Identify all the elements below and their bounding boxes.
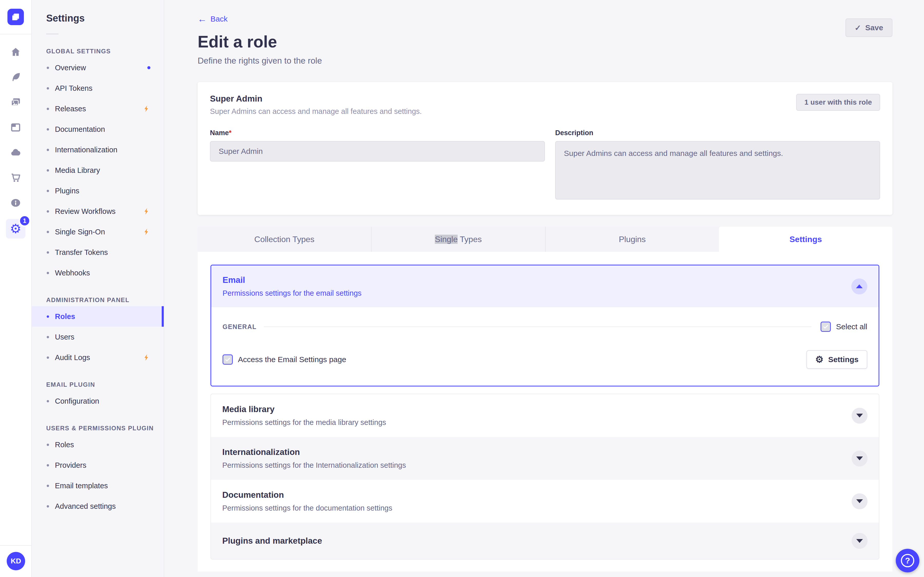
tab-plugins[interactable]: Plugins: [545, 227, 719, 252]
cloud-icon[interactable]: [10, 147, 21, 158]
bullet-icon: [47, 210, 49, 213]
bullet-icon: [47, 400, 49, 402]
bullet-icon: [47, 190, 49, 192]
sidebar-item-advanced-settings[interactable]: Advanced settings: [32, 496, 164, 516]
text-selection-highlight: Single: [435, 235, 458, 244]
single-types-label: Single Types: [435, 235, 482, 244]
bullet-icon: [47, 444, 49, 446]
section-header-administration-panel: ADMINISTRATION PANEL: [32, 297, 164, 304]
content-manager-icon[interactable]: [10, 71, 21, 83]
sidebar-item-roles-active[interactable]: Roles: [32, 306, 164, 327]
info-icon[interactable]: [10, 197, 21, 209]
bullet-icon: [47, 67, 49, 69]
sidebar-item-users[interactable]: Users: [32, 327, 164, 347]
sidebar-item-email-templates[interactable]: Email templates: [32, 475, 164, 496]
expand-accordion-button[interactable]: [851, 451, 867, 466]
bullet-icon: [47, 128, 49, 131]
lightning-icon: [143, 228, 150, 236]
sidebar-item-api-tokens[interactable]: API Tokens: [32, 78, 164, 98]
bullet-icon: [47, 272, 49, 274]
sidebar-item-webhooks[interactable]: Webhooks: [32, 263, 164, 283]
expand-accordion-button[interactable]: [851, 533, 867, 549]
select-all-checkbox[interactable]: [821, 322, 831, 332]
email-settings-permission-control: Access the Email Settings page: [223, 355, 346, 365]
sidebar-item-up-roles[interactable]: Roles: [32, 434, 164, 455]
lightning-icon: [143, 208, 150, 215]
sidebar-item-providers[interactable]: Providers: [32, 455, 164, 475]
sidebar-item-transfer-tokens[interactable]: Transfer Tokens: [32, 242, 164, 263]
help-button[interactable]: ?: [896, 549, 919, 572]
sidebar-item-releases[interactable]: Releases: [32, 98, 164, 119]
sidebar-item-plugins[interactable]: Plugins: [32, 181, 164, 201]
email-accordion-subtitle: Permissions settings for the email setti…: [223, 289, 362, 298]
sidebar-item-single-sign-on[interactable]: Single Sign-On: [32, 222, 164, 242]
chevron-down-icon: [856, 414, 863, 417]
expand-accordion-button[interactable]: [851, 408, 867, 424]
description-field[interactable]: Super Admins can access and manage all f…: [555, 141, 880, 200]
user-avatar[interactable]: KD: [6, 552, 25, 571]
sidebar-title: Settings: [32, 0, 164, 24]
name-label: Name*: [210, 129, 231, 137]
page-subtitle: Define the rights given to the role: [198, 56, 892, 66]
email-permissions-accordion: Email Permissions settings for the email…: [210, 265, 879, 387]
email-settings-button[interactable]: ⚙ Settings: [806, 350, 867, 369]
strapi-admin-app: ⚙ 1 KD Settings GLOBAL SETTINGS Overview…: [0, 0, 924, 577]
media-library-icon[interactable]: [10, 97, 21, 108]
bullet-icon: [47, 485, 49, 487]
bullet-icon: [47, 464, 49, 466]
sidebar-item-review-workflows[interactable]: Review Workflows: [32, 201, 164, 222]
rail-divider: [0, 34, 32, 34]
media-library-accordion[interactable]: Media library Permissions settings for t…: [211, 394, 879, 437]
sidebar-item-audit-logs[interactable]: Audit Logs: [32, 347, 164, 368]
sidebar-item-media-library[interactable]: Media Library: [32, 160, 164, 181]
name-field[interactable]: [210, 141, 545, 161]
main-content: ← Back Edit a role Define the rights giv…: [164, 0, 924, 577]
bullet-icon: [47, 108, 49, 110]
settings-tab-panel: Email Permissions settings for the email…: [198, 252, 892, 572]
section-header-global-settings: GLOBAL SETTINGS: [32, 48, 164, 55]
sidebar-item-configuration[interactable]: Configuration: [32, 391, 164, 411]
section-header-email-plugin: EMAIL PLUGIN: [32, 381, 164, 388]
email-accordion-title: Email: [223, 275, 362, 285]
page-title: Edit a role: [198, 32, 892, 51]
content-type-builder-icon[interactable]: [10, 122, 21, 133]
strapi-logo[interactable]: [7, 9, 24, 25]
tab-settings[interactable]: Settings: [719, 227, 892, 252]
chevron-down-icon: [856, 456, 863, 460]
documentation-accordion[interactable]: Documentation Permissions settings for t…: [211, 480, 879, 523]
lightning-icon: [143, 105, 150, 113]
bullet-icon: [47, 336, 49, 338]
tab-single-types[interactable]: Single Types: [371, 227, 545, 252]
settings-notification-badge: 1: [19, 215, 31, 227]
email-accordion-header[interactable]: Email Permissions settings for the email…: [211, 266, 879, 307]
collapse-accordion-button[interactable]: [851, 279, 867, 294]
collapsed-accordion-group: Media library Permissions settings for t…: [210, 394, 879, 559]
select-all-label: Select all: [836, 322, 867, 331]
bullet-icon: [47, 316, 49, 318]
sidebar-item-documentation[interactable]: Documentation: [32, 119, 164, 140]
plugins-marketplace-accordion[interactable]: Plugins and marketplace: [211, 523, 879, 559]
bullet-icon: [47, 87, 49, 90]
expand-accordion-button[interactable]: [851, 493, 867, 509]
required-asterisk: *: [229, 129, 232, 137]
role-description-text: Super Admins can access and manage all f…: [210, 107, 422, 116]
users-with-role-button[interactable]: 1 user with this role: [796, 94, 880, 111]
save-button[interactable]: ✓ Save: [845, 18, 892, 37]
email-accordion-body: GENERAL Select all: [211, 307, 879, 386]
sidebar-item-overview[interactable]: Overview: [32, 58, 164, 78]
section-header-users-permissions-plugin: USERS & PERMISSIONS PLUGIN: [32, 425, 164, 432]
settings-nav-active[interactable]: ⚙ 1: [6, 219, 26, 239]
home-icon[interactable]: [10, 46, 21, 58]
check-icon: ✓: [855, 23, 861, 32]
back-link[interactable]: ← Back: [198, 0, 228, 24]
access-email-settings-checkbox[interactable]: [223, 355, 233, 365]
rail-bottom-divider: [0, 545, 32, 546]
gear-icon: ⚙: [815, 355, 823, 364]
marketplace-cart-icon[interactable]: [10, 172, 21, 184]
sidebar-item-internationalization[interactable]: Internationalization: [32, 140, 164, 160]
tab-collection-types[interactable]: Collection Types: [198, 227, 371, 252]
internationalization-accordion[interactable]: Internationalization Permissions setting…: [211, 437, 879, 480]
chevron-down-icon: [856, 499, 863, 503]
settings-sidebar: Settings GLOBAL SETTINGS Overview API To…: [32, 0, 164, 577]
bullet-icon: [47, 251, 49, 254]
